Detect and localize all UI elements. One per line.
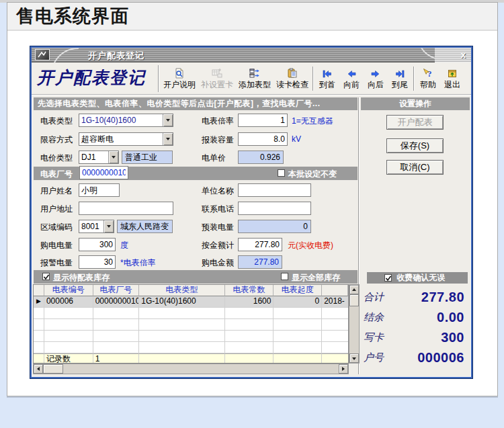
limit-mode-select[interactable]: 超容断电 [79,132,173,146]
scroll-left-icon[interactable] [34,364,43,374]
toolbar: 开户配表登记 开户说明 补设置卡 [32,62,471,95]
by-amount-input[interactable] [238,238,282,251]
go-last-button[interactable]: 到尾 [388,63,412,94]
toolbar-button-label: 向后 [368,79,384,91]
toolbar-button-label: 添加表型 [239,79,271,91]
help-button[interactable]: ? 帮助 [416,63,440,94]
horizontal-scrollbar[interactable] [33,363,349,374]
toolbar-button-label: 到尾 [392,79,408,91]
dialog-window: 开户配表登记 x 开户配表登记 开户说明 补设置卡 [30,46,472,378]
go-next-button[interactable]: 向后 [364,63,388,94]
address-input[interactable] [79,202,173,215]
toolbar-separator [413,67,415,91]
settings-panel-header: 设置操作 [361,97,470,110]
dropdown-arrow-icon[interactable] [108,151,118,163]
capacity-input[interactable] [238,132,288,146]
show-all-stock-label: 显示全部库存 [292,272,340,284]
batch-fixed-checkbox[interactable] [278,169,285,177]
batch-fixed-label: 本批设定不变 [288,169,337,180]
meter-ratio-hint: 1=无互感器 [292,116,333,127]
table-header-meter-const[interactable]: 电表常数 [225,285,274,296]
go-previous-button[interactable]: 向前 [339,63,364,94]
preset-energy-label: 预装电量 [202,222,234,233]
close-icon[interactable]: x [461,50,466,60]
table-footer-row: 记录数 1 [34,353,348,363]
table-row[interactable]: ▶ 000006 0000000010 1G-10(40)1600 1600 0… [34,296,348,308]
factory-no-input[interactable] [79,166,128,179]
open-account-help-button[interactable]: 开户说明 [161,63,198,94]
area-code-description: 城东人民路变 [117,220,173,233]
limit-mode-value: 超容断电 [79,133,163,145]
user-name-input[interactable] [79,183,120,197]
open-account-assign-button[interactable]: 开户配表 [386,115,444,130]
add-meter-type-button[interactable]: 添加表型 [236,63,274,94]
balance-value: 0.00 [437,310,464,325]
vertical-scrollbar-thumb[interactable] [349,294,359,306]
table-empty-row [34,331,348,342]
show-pending-stock-checkbox[interactable] [42,273,50,280]
account-no-label: 户号 [364,351,384,364]
table-header-marker [34,285,44,296]
alarm-energy-label: 报警电量 [40,257,73,269]
form-heading: 开户配表登记 [37,67,146,89]
purchase-energy-unit-hint: 度 [120,240,128,251]
go-first-button[interactable]: 到首 [315,63,339,94]
write-card-value: 300 [441,330,464,345]
capacity-unit-hint: kV [292,134,301,144]
scroll-up-icon[interactable] [349,285,359,294]
alarm-energy-hint: *电表倍率 [120,257,156,269]
table-header-meter-no[interactable]: 电表编号 [44,285,93,296]
account-no-row: 户号 000006 [361,349,468,366]
save-button[interactable]: 保存(S) [386,138,444,153]
record-count-value: 1 [93,353,140,363]
read-card-check-button[interactable]: 读卡检查 [274,63,311,94]
toolbar-button-label: 开户说明 [163,79,196,91]
toolbar-button-label: 到首 [319,79,335,91]
toolbar-button-label: 向前 [343,79,360,91]
card-grid-icon [212,67,222,79]
cell-meter-const: 1600 [225,296,274,308]
purchase-energy-label: 购电电量 [40,240,73,251]
meter-ratio-input[interactable] [238,114,288,127]
price-type-select[interactable]: DJ1 [79,151,119,164]
toolbar-button-label: 读卡检查 [276,79,308,91]
cancel-button[interactable]: 取消(C) [386,160,444,175]
meter-type-select[interactable]: 1G-10(40)1600 [79,114,173,127]
phone-input[interactable] [238,202,311,215]
purchase-energy-input[interactable] [79,238,116,251]
toolbar-buttons: 开户说明 补设置卡 添加表型 [161,63,464,94]
dropdown-arrow-icon[interactable] [163,114,173,126]
vertical-scrollbar[interactable] [349,284,360,363]
cell-meter-no: 000006 [44,296,93,308]
meter-type-value: 1G-10(40)1600 [79,114,163,126]
unit-price-label: 电单价 [202,153,226,164]
dropdown-arrow-icon[interactable] [103,220,114,232]
previous-record-icon [346,67,357,79]
meter-type-label: 电表类型 [40,116,73,127]
supplement-card-button[interactable]: 补设置卡 [198,63,236,94]
purchase-amount-label: 购电金额 [202,257,234,269]
account-no-value: 000006 [417,350,464,366]
area-code-select[interactable]: 8001 [79,220,114,233]
add-windows-icon [249,67,260,79]
titlebar[interactable]: 开户配表登记 x [32,48,471,62]
scroll-right-icon[interactable] [339,364,348,374]
dropdown-arrow-icon[interactable] [163,133,173,145]
by-amount-label: 按金额计 [202,240,234,251]
cell-date: 2018- [322,296,348,308]
org-name-input[interactable] [238,183,311,197]
page-header: 售电系统界面 [7,3,497,31]
horizontal-scrollbar-thumb[interactable] [43,364,63,374]
price-type-description: 普通工业 [122,151,173,164]
table-header-meter-type[interactable]: 电表类型 [139,285,224,296]
fee-confirm-checkbox[interactable] [384,274,392,282]
meter-stock-table: 电表编号 电表厂号 电表类型 电表常数 电表起度 ▶ 000006 000000… [33,284,349,363]
table-header-meter-start[interactable]: 电表起度 [274,285,322,296]
show-all-stock-checkbox[interactable] [281,273,288,280]
table-header-extra[interactable] [322,285,348,296]
exit-button[interactable]: 退出 [440,63,464,94]
table-header-factory-no[interactable]: 电表厂号 [93,285,140,296]
alarm-energy-input[interactable] [79,255,116,269]
table-empty-row [34,342,348,353]
scroll-down-icon[interactable] [349,353,359,363]
